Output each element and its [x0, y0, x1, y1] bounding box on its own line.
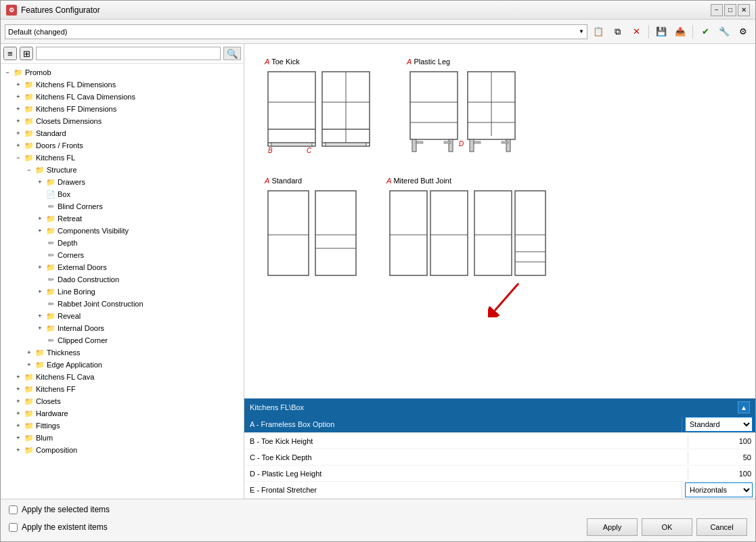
tree-item-kitchens-ff[interactable]: + 📁 Kitchens FF	[1, 383, 244, 395]
prop-row-a[interactable]: A - Frameless Box Option Standard Inset …	[244, 416, 755, 433]
expand-icon[interactable]: +	[13, 104, 24, 114]
prop-row-b[interactable]: B - Toe Kick Height 100	[244, 433, 755, 449]
delete-icon[interactable]: ✕	[628, 24, 644, 39]
expand-icon[interactable]: +	[35, 213, 45, 224]
tree-item-clipped[interactable]: ✏ Clipped Corner	[1, 334, 244, 346]
expand-icon[interactable]: +	[13, 140, 24, 151]
tree-item-corners[interactable]: ✏ Corners	[1, 249, 244, 261]
search-button[interactable]: 🔍	[223, 47, 241, 60]
tree-item-closets-dim[interactable]: + 📁 Closets Dimensions	[1, 115, 244, 127]
tree-item-hardware[interactable]: + 📁 Hardware	[1, 407, 244, 420]
prop-select-a[interactable]: Standard Inset Full Overlay	[685, 417, 753, 432]
expand-icon[interactable]: +	[13, 420, 24, 431]
apply-button[interactable]: Apply	[587, 518, 638, 536]
tree-item-edge-application[interactable]: + 📁 Edge Application	[1, 359, 244, 371]
section-collapse-button[interactable]: ▲	[738, 401, 750, 413]
prop-value-d: 100	[688, 468, 755, 480]
copy-icon[interactable]: ⧉	[609, 24, 625, 39]
expand-icon[interactable]: +	[13, 128, 24, 139]
expand-icon[interactable]: +	[35, 262, 45, 273]
tree-item-blind-corners[interactable]: ✏ Blind Corners	[1, 200, 244, 212]
tree-label: Blind Corners	[56, 202, 103, 210]
expand-icon[interactable]: +	[13, 116, 24, 127]
tree-item-standard[interactable]: + 📁 Standard	[1, 127, 244, 139]
tree-item-kitchens-ff-dim[interactable]: + 📁 Kitchens FF Dimensions	[1, 103, 244, 115]
approve-icon[interactable]: ✔	[697, 24, 713, 39]
tree-item-fittings[interactable]: + 📁 Fittings	[1, 420, 244, 432]
tree-item-internal-doors[interactable]: + 📁 Internal Doors	[1, 322, 244, 334]
new-icon[interactable]: 📋	[590, 24, 606, 39]
tree-item-rabbet[interactable]: ✏ Rabbet Joint Construction	[1, 298, 244, 310]
expand-icon[interactable]: +	[24, 359, 35, 370]
save-icon[interactable]: 💾	[653, 24, 669, 39]
tree-item-kitchens-fl[interactable]: − 📁 Kitchens FL	[1, 152, 244, 164]
expand-icon[interactable]: +	[35, 323, 45, 334]
expand-icon[interactable]: +	[13, 91, 24, 102]
tree-item-external-doors[interactable]: + 📁 External Doors	[1, 261, 244, 273]
tree-item-composition[interactable]: + 📁 Composition	[1, 444, 244, 456]
maximize-button[interactable]: □	[724, 4, 736, 16]
tree-item-thickness[interactable]: + 📁 Thickness	[1, 346, 244, 359]
close-button[interactable]: ✕	[738, 4, 750, 16]
expand-icon[interactable]: +	[13, 445, 24, 455]
expand-icon[interactable]: +	[13, 371, 24, 382]
tree-item-kitchens-fl-cava[interactable]: + 📁 Kitchens FL Cava Dimensions	[1, 91, 244, 103]
tree-label: Kitchens FL Cava	[35, 373, 94, 381]
folder-icon: 📁	[35, 359, 45, 370]
export-icon[interactable]: 📤	[672, 24, 688, 39]
tree-item-drawers[interactable]: + 📁 Drawers	[1, 176, 244, 188]
folder-icon: 📁	[45, 286, 56, 297]
expand-icon[interactable]: +	[35, 311, 45, 321]
prop-select-e[interactable]: Horizontals Vertical None	[685, 482, 753, 497]
settings-icon[interactable]: ⚙	[735, 24, 751, 39]
tree-item-reveal[interactable]: + 📁 Reveal	[1, 310, 244, 322]
tree-item-kitchens-fl-cava2[interactable]: + 📁 Kitchens FL Cava	[1, 371, 244, 383]
grid-icon[interactable]: ⊞	[20, 47, 33, 60]
expand-icon[interactable]: +	[35, 177, 45, 187]
prop-row-c[interactable]: C - Toe Kick Depth 50	[244, 449, 755, 466]
expand-icon[interactable]: +	[13, 396, 24, 407]
expand-icon[interactable]: +	[35, 286, 45, 297]
tree-item-box[interactable]: 📄 Box	[1, 188, 244, 200]
tree-label: Hardware	[35, 409, 68, 417]
tree-item-components-visibility[interactable]: + 📁 Components Visibility	[1, 225, 244, 237]
tree-item-retreat[interactable]: + 📁 Retreat	[1, 212, 244, 225]
tree-item-kitchens-fl-dim[interactable]: + 📁 Kitchens FL Dimensions	[1, 78, 244, 91]
prop-row-e[interactable]: E - Frontal Stretcher Horizontals Vertic…	[244, 482, 755, 499]
expand-icon[interactable]: +	[24, 347, 35, 358]
tree-item-structure[interactable]: − 📁 Structure	[1, 164, 244, 176]
expand-icon[interactable]: +	[35, 225, 45, 236]
expand-icon[interactable]: +	[13, 79, 24, 90]
folder-icon: 📁	[24, 104, 35, 114]
cancel-button[interactable]: Cancel	[696, 518, 747, 536]
expand-icon[interactable]: −	[2, 67, 13, 78]
tree-item-promob[interactable]: − 📁 Promob	[1, 66, 244, 78]
standard-svg	[265, 187, 366, 282]
apply-selected-checkbox[interactable]	[9, 505, 18, 514]
tree-item-depth[interactable]: ✏ Depth	[1, 237, 244, 249]
tree-item-blum[interactable]: + 📁 Blum	[1, 432, 244, 444]
bottom-bar: Apply the selected items Apply the exist…	[1, 499, 755, 541]
apply-existent-checkbox[interactable]	[9, 523, 18, 532]
expand-icon[interactable]: +	[13, 384, 24, 394]
prop-row-d[interactable]: D - Plastic Leg Height 100	[244, 466, 755, 482]
expand-icon[interactable]: +	[13, 408, 24, 419]
tree-label: Standard	[35, 129, 66, 137]
tool-icon[interactable]: 🔧	[716, 24, 732, 39]
minimize-button[interactable]: −	[711, 4, 723, 16]
tree-item-closets[interactable]: + 📁 Closets	[1, 395, 244, 407]
expand-icon[interactable]: +	[13, 432, 24, 443]
tree-item-doors-fronts[interactable]: + 📁 Doors / Fronts	[1, 139, 244, 152]
expand-icon[interactable]: −	[24, 164, 35, 175]
expand-icon[interactable]: −	[13, 152, 24, 163]
tree-item-line-boring[interactable]: + 📁 Line Boring	[1, 286, 244, 298]
folder-icon: 📁	[45, 213, 56, 224]
search-input[interactable]	[36, 47, 221, 60]
tree-item-dado[interactable]: ✏ Dado Construction	[1, 273, 244, 286]
checkbox-row-1: Apply the selected items	[9, 505, 747, 514]
config-dropdown[interactable]: Default (changed) ▼	[5, 24, 587, 39]
folder-icon: 📁	[24, 445, 35, 455]
svg-rect-3	[271, 143, 312, 146]
ok-button[interactable]: OK	[642, 518, 692, 536]
list-icon[interactable]: ≡	[3, 47, 17, 60]
